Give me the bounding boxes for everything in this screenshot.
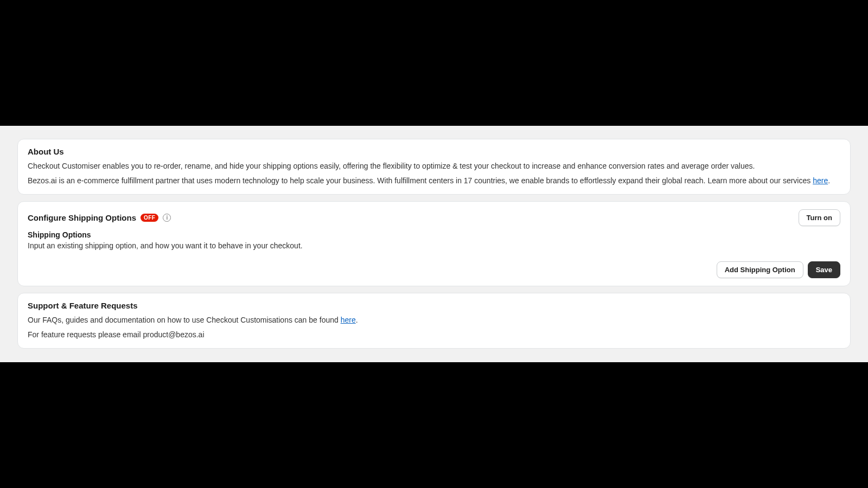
shipping-options-subtitle: Shipping Options [28, 230, 840, 239]
shipping-options-subtext: Input an existing shipping option, and h… [28, 240, 840, 252]
support-line1-text-b: . [356, 316, 358, 324]
save-button[interactable]: Save [808, 261, 840, 278]
add-shipping-option-button[interactable]: Add Shipping Option [717, 261, 803, 278]
turn-on-button[interactable]: Turn on [799, 209, 840, 226]
support-title: Support & Feature Requests [28, 301, 840, 310]
about-us-title: About Us [28, 147, 840, 156]
about-us-card: About Us Checkout Customiser enables you… [17, 139, 851, 195]
info-icon[interactable]: i [163, 214, 171, 222]
about-us-line2: Bezos.ai is an e-commerce fulfillment pa… [28, 175, 840, 187]
configure-card: Configure Shipping Options OFF i Turn on… [17, 201, 851, 286]
about-us-link[interactable]: here [813, 176, 828, 185]
about-us-line2-text-a: Bezos.ai is an e-commerce fulfillment pa… [28, 176, 813, 185]
configure-title-group: Configure Shipping Options OFF i [28, 213, 171, 222]
configure-actions: Add Shipping Option Save [28, 261, 840, 278]
app-viewport: About Us Checkout Customiser enables you… [0, 126, 868, 362]
configure-title: Configure Shipping Options [28, 213, 136, 222]
about-us-line1: Checkout Customiser enables you to re-or… [28, 160, 840, 172]
about-us-line2-text-b: . [828, 176, 830, 185]
configure-header: Configure Shipping Options OFF i Turn on [28, 209, 840, 226]
support-line1-text-a: Our FAQs, guides and documentation on ho… [28, 316, 341, 324]
support-line1: Our FAQs, guides and documentation on ho… [28, 314, 840, 326]
support-link[interactable]: here [341, 316, 356, 324]
support-line2: For feature requests please email produc… [28, 329, 840, 341]
status-badge-off: OFF [141, 214, 159, 222]
support-card: Support & Feature Requests Our FAQs, gui… [17, 293, 851, 349]
